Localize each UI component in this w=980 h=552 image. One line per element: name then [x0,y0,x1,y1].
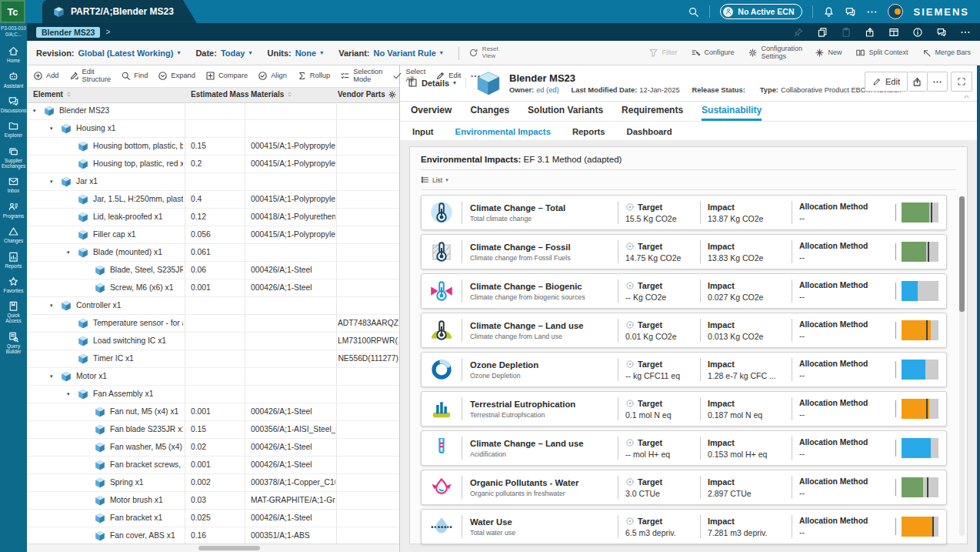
sidebar-item-reports[interactable]: Reports [0,251,27,269]
tree-row[interactable]: Housing bottom, plastic, black x10.15000… [27,138,399,156]
sidebar-item-inbox[interactable]: Inbox [0,176,27,194]
select-all-button[interactable]: Select All [392,69,425,84]
tree-row[interactable]: Motor brush x10.03MAT-GRAPHITE/A;1-Grap.… [27,492,399,510]
compare-button[interactable]: Compare [205,71,248,81]
copy-icon[interactable] [817,27,828,38]
subtab-reports[interactable]: Reports [572,127,605,136]
share-button[interactable] [908,72,928,92]
expand-arrow-icon[interactable]: ▾ [67,391,70,397]
add-button[interactable]: Add [33,71,59,81]
expand-arrow-icon[interactable]: ▾ [67,249,70,256]
config-date-dropdown[interactable]: Date:Today▾ [195,49,252,58]
tab-sustainability[interactable]: Sustainability [702,105,762,121]
collapse-chevron-icon[interactable] [962,92,971,101]
rollup-button[interactable]: Rollup [297,71,330,81]
horizontal-scrollbar[interactable] [27,544,399,552]
tree-row[interactable]: ▾Controller x1 [27,297,399,315]
impact-card-climate-total[interactable]: Climate Change – TotalTotal climate chan… [421,195,947,230]
tree-row[interactable]: Fan blade S235JR x10.15000356/A;1-AISI_S… [27,421,399,439]
tree-row[interactable]: Screw, M6 (x6) x10.001000426/A;1-Steel [27,279,399,297]
sidebar-item-discussions[interactable]: Discussions [0,95,27,114]
tree-row[interactable]: Spring x10.002000378/A;1-Copper_C10100 [27,474,399,492]
sidebar-item-assistant[interactable]: Assistant [0,71,27,89]
sort-icon[interactable] [286,91,293,98]
tree-row[interactable]: Fan bracket screws, M5 (x4) x10.00100042… [27,457,399,474]
vertical-scrollbar[interactable] [959,196,965,536]
tree-row[interactable]: ▾Blade (mounted) x10.061 [27,244,399,262]
tab-changes[interactable]: Changes [470,105,509,121]
config-units-dropdown[interactable]: Units:None▾ [268,49,324,58]
sidebar-item-programs[interactable]: Programs [0,201,27,219]
sidebar-item-quick-access[interactable]: Quick Access [0,300,27,324]
column-header-materials[interactable]: Materials [251,90,293,99]
impact-card-organic-pollutants[interactable]: Organic Pollutants - WaterOrganic pollut… [421,470,947,505]
fullscreen-button[interactable] [951,72,972,92]
new-button[interactable]: New [815,48,842,58]
impact-card-climate-landuse[interactable]: Climate Change – Land useClimate change … [421,313,947,348]
configuration-settings-button[interactable]: Configuration Settings [748,45,801,60]
meta-value[interactable]: ed (ed) [536,86,558,94]
tree-row[interactable]: Fan washer, M5 (x4) x10.02000426/A;1-Ste… [27,439,399,457]
impact-card-acidification[interactable]: Climate Change – Land useAcidificationTa… [421,430,947,466]
active-window-tab[interactable]: PART2/A;Blender MS23 [42,0,197,23]
ecn-status-badge[interactable]: No Active ECN [720,4,802,19]
subtab-input[interactable]: Input [412,127,434,136]
expand-arrow-icon[interactable]: ▾ [50,125,53,132]
subtab-environmental-impacts[interactable]: Environmental Impacts [455,127,551,136]
tree-row[interactable]: Blade, Steel, S235JR, Curved, 8...0.0600… [27,262,399,279]
impact-card-ozone[interactable]: Ozone DepletionOzone DepletionTarget-- k… [421,352,947,387]
config-variant-dropdown[interactable]: Variant:No Variant Rule▾ [338,49,443,58]
search-icon[interactable] [688,6,699,18]
find-button[interactable]: Find [121,71,148,81]
feedback-icon[interactable] [845,6,856,18]
tab-requirements[interactable]: Requirements [622,105,683,121]
reset-view-button[interactable]: Reset View [468,46,502,60]
notifications-bell-icon[interactable] [823,6,835,18]
sidebar-item-home[interactable]: Home [0,45,27,64]
impact-card-eutrophication[interactable]: Terrestrial EutrophicationTerrestrial Eu… [421,391,947,427]
sort-icon[interactable] [65,91,72,98]
sidebar-item-query-builder[interactable]: Query Builder [0,331,27,355]
tree-row[interactable]: Fan cover, ABS x10.16000351/A;1-ABS [27,527,399,544]
tree-row[interactable]: Housing top, plastic, red x10.2000415/A;… [27,156,399,173]
more-actions-button[interactable] [928,72,948,92]
tab-solution-variants[interactable]: Solution Variants [528,105,603,121]
tree-row[interactable]: ▾Fan Assembly x1 [27,386,399,403]
sidebar-context-label[interactable]: P3-003-0100/A;C... [0,23,27,39]
expand-arrow-icon[interactable]: ▾ [33,108,36,114]
column-header-vendor[interactable]: Vendor Parts [338,90,395,99]
align-button[interactable]: Align [258,71,287,81]
column-header-element[interactable]: Element [33,90,72,99]
more-icon[interactable] [866,6,878,18]
impact-card-climate-fossil[interactable]: Climate Change – FossilClimate change fr… [421,234,947,269]
tree-row[interactable]: ▾Jar x1 [27,173,399,191]
tree-row[interactable]: Temperature sensor - for alarm x1ADT7483… [27,315,399,333]
impact-card-climate-biogenic[interactable]: Climate Change – BiogenicClimate change … [421,273,947,309]
column-header-mass[interactable]: Estimated Mass [191,90,258,99]
more-icon[interactable] [470,71,481,82]
tree-row[interactable]: ▾Blender MS23 [27,102,399,120]
sidebar-item-favorites[interactable]: Favorites [0,276,27,294]
expand-button[interactable]: Expand [158,71,195,81]
tree-row[interactable]: ▾Motor x1 [27,368,399,386]
tree-row[interactable]: Filler cap x10.056000415/A;1-Polypropyle… [27,226,399,244]
expand-arrow-icon[interactable]: ▾ [50,303,53,309]
tree-row[interactable]: Lid, leak-proofed x10.12000418/A;1-Polyu… [27,209,399,226]
feedback-icon[interactable] [936,27,947,38]
configure-button[interactable]: Configure [691,48,734,58]
edit-button[interactable]: Edit [865,72,908,92]
list-view-button[interactable]: List ▾ [421,176,448,184]
split-context-button[interactable]: Split Context [855,48,908,58]
breadcrumb-chip[interactable]: Blender MS23 [36,27,100,38]
column-settings-gear-icon[interactable] [388,90,397,99]
tab-overview[interactable]: Overview [411,105,452,121]
tree-row[interactable]: Timer IC x1NE556D(111277) [27,350,399,368]
tree-row[interactable]: Load switching IC x1LM73100RPWR(11 [27,333,399,350]
expand-arrow-icon[interactable]: ▾ [50,373,53,380]
expand-arrow-icon[interactable]: ▾ [50,179,53,185]
tree-row[interactable]: Fan bracket x10.025000426/A;1-Steel [27,510,399,527]
info-icon[interactable] [912,27,923,38]
sidebar-item-supplier-exchanges[interactable]: Supplier Exchanges [0,146,27,169]
user-avatar[interactable] [888,4,903,19]
edit-button[interactable]: Edit [435,71,461,81]
